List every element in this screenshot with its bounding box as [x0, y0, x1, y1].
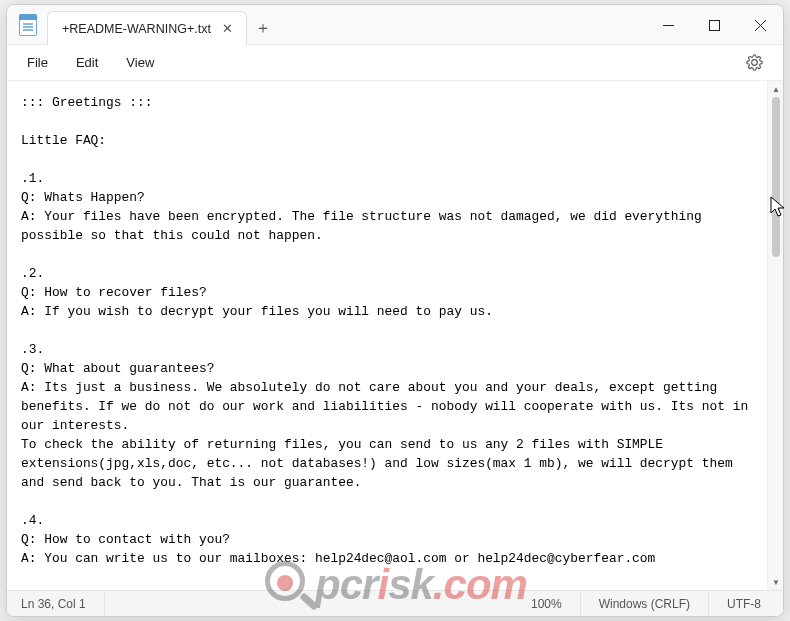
close-tab-icon[interactable]: ✕ [218, 20, 236, 38]
status-zoom[interactable]: 100% [513, 591, 581, 616]
close-window-button[interactable] [737, 5, 783, 45]
minimize-button[interactable] [645, 5, 691, 45]
menu-bar: File Edit View [7, 45, 783, 81]
scroll-down-arrow-icon[interactable]: ▼ [768, 574, 783, 590]
scroll-up-arrow-icon[interactable]: ▲ [768, 81, 783, 97]
menu-view[interactable]: View [112, 49, 168, 76]
status-cursor-position: Ln 36, Col 1 [11, 591, 105, 616]
title-bar: +README-WARNING+.txt ✕ ＋ [7, 5, 783, 45]
gear-icon [746, 54, 763, 71]
maximize-button[interactable] [691, 5, 737, 45]
notepad-window: +README-WARNING+.txt ✕ ＋ File Edit View [6, 4, 784, 617]
settings-button[interactable] [737, 48, 771, 78]
status-encoding[interactable]: UTF-8 [709, 591, 779, 616]
text-editor[interactable]: ::: Greetings ::: Little FAQ: .1. Q: Wha… [7, 81, 767, 590]
menu-file[interactable]: File [13, 49, 62, 76]
document-tab[interactable]: +README-WARNING+.txt ✕ [47, 11, 247, 45]
menu-edit[interactable]: Edit [62, 49, 112, 76]
editor-area: ::: Greetings ::: Little FAQ: .1. Q: Wha… [7, 81, 783, 590]
vertical-scrollbar[interactable]: ▲ ▼ [767, 81, 783, 590]
new-tab-button[interactable]: ＋ [247, 11, 279, 45]
window-controls [645, 5, 783, 45]
scroll-thumb[interactable] [772, 97, 780, 257]
status-bar: Ln 36, Col 1 100% Windows (CRLF) UTF-8 [7, 590, 783, 616]
tab-title: +README-WARNING+.txt [62, 22, 218, 36]
status-line-ending[interactable]: Windows (CRLF) [581, 591, 709, 616]
notepad-app-icon [19, 14, 37, 36]
svg-rect-1 [709, 20, 719, 30]
